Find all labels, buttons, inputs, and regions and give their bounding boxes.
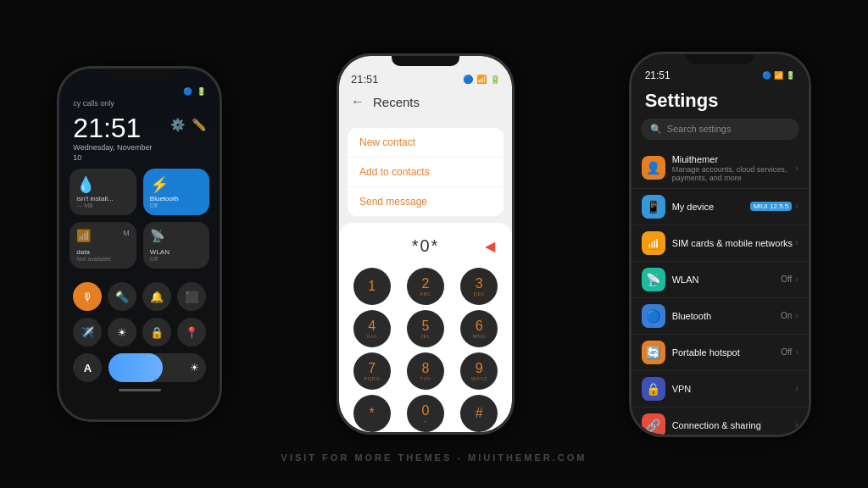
screen-record-button[interactable]: ⬛ [177, 282, 206, 311]
power-button[interactable] [57, 170, 59, 221]
key-4[interactable]: 4GHI [353, 310, 391, 347]
sim-right: › [795, 238, 798, 247]
delete-button[interactable]: ◀ [485, 238, 495, 254]
hotspot-icon: 🔄 [642, 341, 665, 364]
edit-icon[interactable]: ✏️ [192, 118, 206, 131]
screen-record-icon: ⬛ [185, 291, 198, 303]
dialer-status-bar: 21:51 🔵 📶 🔋 [351, 73, 500, 86]
settings-search-bar[interactable]: 🔍 Search settings [642, 119, 798, 140]
key-5[interactable]: 5JKL [407, 310, 444, 347]
key-3[interactable]: 3DEF [460, 268, 498, 305]
connection-icon: 🔗 [642, 413, 665, 435]
settings-item-vpn[interactable]: 🔒 VPN › [632, 371, 809, 408]
key-star[interactable]: * [353, 395, 391, 432]
key-6[interactable]: 6MNO [460, 310, 498, 347]
cellular-icon: 📶 [76, 229, 91, 242]
settings-item-mydevice[interactable]: 📱 My device MIUI 12.5.5 › [632, 189, 809, 225]
signal-icon: 📶 [476, 75, 487, 84]
bluetooth-tile-icon: ⚡ [150, 175, 169, 194]
bluetooth-value: On [781, 311, 792, 320]
dialer-header: 21:51 🔵 📶 🔋 ← Recents [339, 56, 512, 128]
key-7[interactable]: 7PQRS [353, 352, 391, 390]
wlan-icon: 📡 [150, 229, 164, 242]
cellular-tile[interactable]: 📶 M data Not available [70, 222, 136, 269]
connection-name: Connection & sharing [672, 420, 796, 430]
chevron-icon: › [795, 164, 798, 173]
search-input[interactable]: Search settings [667, 124, 732, 134]
bt-settings-icon: 🔵 [762, 71, 771, 80]
watermark: VISIT FOR MORE THEMES - MIUITHEMER.COM [281, 452, 587, 463]
key-2[interactable]: 2ABC [407, 268, 444, 305]
volume-up-button[interactable] [220, 153, 222, 187]
bluetooth-settings-icon: 🔵 [642, 304, 665, 328]
lock-button[interactable]: 🔒 [142, 318, 171, 347]
dial-display: *0* ◀ [348, 231, 504, 261]
recents-list: New contact Add to contacts Send message [348, 128, 504, 216]
send-message-item[interactable]: Send message [348, 187, 504, 216]
cellular-label: data [76, 248, 130, 256]
hotspot-text: Portable hotspot [672, 347, 782, 358]
chevron-icon: › [795, 202, 798, 211]
key-0[interactable]: 0+ [407, 395, 444, 432]
settings-item-hotspot[interactable]: 🔄 Portable hotspot Off › [632, 335, 809, 371]
bluetooth-tile[interactable]: ⚡ Bluetooth Off [143, 169, 210, 215]
bt-icon: 🔵 [463, 75, 473, 84]
mydevice-text: My device [672, 202, 750, 212]
miui-version-badge: MIUI 12.5.5 [750, 202, 792, 211]
flashlight-button[interactable]: 🔦 [108, 282, 136, 311]
settings-status-bar: 21:51 🔵 📶 🔋 [632, 54, 809, 86]
brightness-slider[interactable]: ☀ [108, 353, 206, 382]
phone-control-center: 🔵 🔋 cy calls only 21:51 Wednesday, Novem… [57, 66, 222, 422]
back-button[interactable]: ← [351, 94, 364, 109]
dial-number: *0* [412, 236, 440, 256]
avatar-button[interactable]: A [73, 353, 102, 382]
phone-settings: 21:51 🔵 📶 🔋 Settings 🔍 Search settings 👤… [629, 52, 811, 437]
key-9[interactable]: 9WXYZ [460, 352, 498, 390]
wlan-right: Off › [781, 274, 798, 284]
bluetooth-tile-sub: Off [150, 202, 203, 208]
settings-item-bluetooth[interactable]: 🔵 Bluetooth On › [632, 298, 809, 335]
add-to-contacts-item[interactable]: Add to contacts [348, 158, 504, 187]
phone-dialer: 21:51 🔵 📶 🔋 ← Recents New contact Add to… [337, 53, 515, 435]
recents-title: Recents [373, 95, 420, 109]
mic-button[interactable]: 🎙 [73, 282, 102, 311]
airplane-button[interactable]: ✈️ [73, 318, 102, 347]
settings-page-title: Settings [632, 86, 809, 119]
new-contact-item[interactable]: New contact [348, 128, 504, 158]
wlan-settings-icon: 📡 [642, 268, 665, 291]
connection-right: › [795, 420, 798, 430]
chevron-icon: › [795, 384, 798, 393]
dialer-section: *0* ◀ 1 2ABC 3DEF 4GHI 5JKL 6MNO 7PQRS 8… [339, 223, 512, 432]
bell-button[interactable]: 🔔 [142, 282, 171, 311]
wlan-sub: Off [150, 256, 203, 262]
settings-item-sim[interactable]: 📶 SIM cards & mobile networks › [632, 225, 809, 262]
location-button[interactable]: 📍 [177, 318, 206, 347]
chevron-icon: › [795, 347, 798, 357]
auto-brightness-button[interactable]: ☀ [108, 318, 136, 347]
wlan-tile[interactable]: 📡 WLAN Off [143, 222, 210, 269]
hotspot-name: Portable hotspot [672, 347, 782, 358]
bell-icon: 🔔 [150, 291, 164, 303]
data-tile-label: isn't install... [76, 195, 130, 202]
control-center-screen: 🔵 🔋 cy calls only 21:51 Wednesday, Novem… [59, 69, 220, 419]
home-indicator [119, 389, 161, 391]
volume-down-button[interactable] [220, 194, 222, 228]
miuithemer-name: Miuithemer [672, 154, 796, 164]
settings-shortcut-icon[interactable]: ⚙️ [170, 118, 185, 131]
miuithemer-right: › [795, 164, 798, 173]
key-8[interactable]: 8TUV [407, 352, 444, 390]
key-1[interactable]: 1 [353, 268, 391, 305]
miuithemer-sub: Manage accounts, cloud services, payment… [672, 165, 796, 182]
cellular-sub: Not available [76, 256, 130, 262]
settings-item-miuithemer[interactable]: 👤 Miuithemer Manage accounts, cloud serv… [632, 148, 809, 189]
settings-list: 👤 Miuithemer Manage accounts, cloud serv… [632, 148, 809, 435]
dialer-screen: 21:51 🔵 📶 🔋 ← Recents New contact Add to… [339, 56, 512, 432]
signal-settings-icon: 📶 [774, 71, 783, 80]
brightness-fill [108, 353, 162, 382]
settings-item-connection[interactable]: 🔗 Connection & sharing › [632, 408, 809, 435]
data-tile[interactable]: 💧 isn't install... — MB [70, 169, 136, 215]
key-hash[interactable]: # [460, 395, 498, 432]
chevron-icon: › [795, 238, 798, 247]
settings-item-wlan[interactable]: 📡 WLAN Off › [632, 262, 809, 298]
chevron-icon: › [795, 311, 798, 320]
